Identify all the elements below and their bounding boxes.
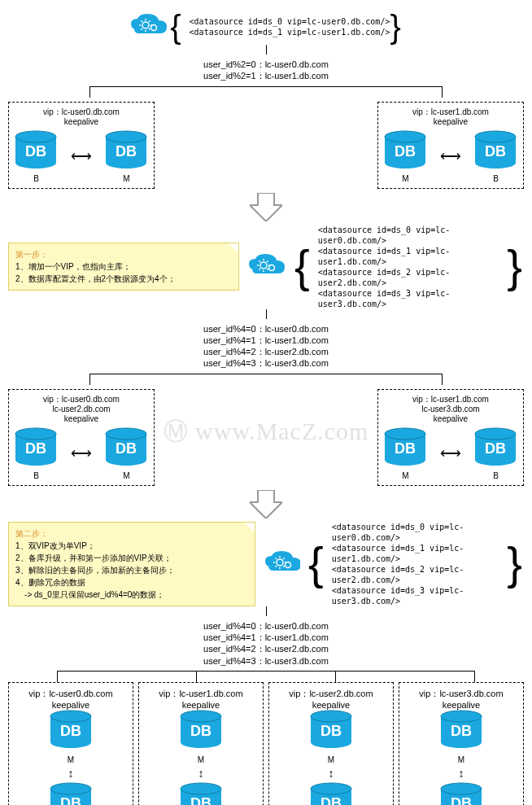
stage2-db-row: vip：lc-user0.db.com lc-user2.db.com keep…: [8, 389, 524, 486]
stage1-config: { <datasource id=ds_0 vip=lc-user0.db.co…: [170, 16, 403, 37]
route-line: user_id%4=0：lc-user0.db.com: [8, 620, 524, 632]
note-line: 4、删除冗余的数据: [15, 578, 85, 587]
stage3-node-0: vip：lc-user0.db.comkeepalive M ↕ B: [8, 682, 133, 805]
route-line: user_id%4=2：lc-user2.db.com: [8, 643, 524, 654]
stage3-node-3: vip：lc-user3.db.comkeepalive M ↕ B: [399, 682, 524, 805]
ds-line: <datasource id=ds_1 vip=lc-user1.db.com/…: [318, 246, 508, 267]
stage2-left-box: vip：lc-user0.db.com lc-user2.db.com keep…: [8, 389, 155, 486]
ds-line: <datasource id=ds_1 vip=lc-user1.db.com/…: [332, 543, 508, 564]
cloud-gears-icon: [247, 252, 286, 281]
keepalive-label: keepalive: [403, 700, 520, 710]
database-icon: [104, 130, 149, 171]
route-line: user_id%2=1：lc-user1.db.com: [8, 70, 524, 81]
ds-line: <datasource id=ds_0 vip=lc-user0.db.com/…: [190, 16, 390, 27]
stage1-db-row: vip：lc-user0.db.com keepalive B ⟷ M vip：…: [8, 102, 524, 189]
sync-arrow-icon: ↕: [198, 768, 204, 779]
sync-arrow-icon: ⟷: [71, 444, 92, 462]
db-role: M: [104, 471, 149, 480]
sync-arrow-icon: ↕: [68, 768, 74, 779]
database-icon: [473, 130, 518, 171]
database-icon: [179, 782, 224, 805]
cloud-gears-icon: [129, 12, 170, 41]
db-role: B: [473, 471, 518, 480]
down-arrow-icon: [250, 193, 282, 221]
route-line: user_id%2=0：lc-user0.db.com: [8, 59, 524, 70]
ds-line: <datasource id=ds_0 vip=lc-user0.db.com/…: [332, 522, 508, 543]
vip-label: vip：lc-user1.db.com: [383, 107, 518, 117]
down-arrow-icon: [250, 490, 282, 518]
ds-line: <datasource id=ds_2 vip=lc-user2.db.com/…: [318, 267, 508, 288]
note-line: -> ds_0里只保留user_id%4=0的数据；: [15, 590, 164, 599]
note-line: 1、双VIP改为单VIP；: [15, 541, 95, 550]
ds-line: <datasource id=ds_0 vip=lc-user0.db.com/…: [318, 225, 508, 246]
note-line: 2、备库升级，并和第一步添加的VIP关联；: [15, 553, 172, 562]
route-line: user_id%4=1：lc-user1.db.com: [8, 335, 524, 346]
stage3-routing: user_id%4=0：lc-user0.db.com user_id%4=1：…: [8, 620, 524, 667]
stage2-routing: user_id%4=0：lc-user0.db.com user_id%4=1：…: [8, 323, 524, 370]
route-line: user_id%4=1：lc-user1.db.com: [8, 632, 524, 643]
sync-arrow-icon: ⟷: [440, 147, 461, 165]
stage1-right-box: vip：lc-user1.db.com keepalive M ⟷ B: [377, 102, 524, 189]
ds-line: <datasource id=ds_1 vip=lc-user1.db.com/…: [190, 27, 390, 37]
sync-arrow-icon: ↕: [329, 768, 334, 779]
db-role: M: [68, 755, 74, 764]
step2-row: 第二步： 1、双VIP改为单VIP； 2、备库升级，并和第一步添加的VIP关联；…: [8, 522, 524, 606]
keepalive-label: keepalive: [14, 414, 149, 424]
stage1-routing: user_id%2=0：lc-user0.db.com user_id%2=1：…: [8, 59, 524, 82]
stage2-config: { <datasource id=ds_0 vip=lc-user0.db.co…: [294, 225, 524, 309]
database-icon: [439, 782, 484, 805]
ds-line: <datasource id=ds_2 vip=lc-user2.db.com/…: [332, 564, 508, 585]
database-icon: [179, 710, 224, 750]
vip-label: vip：lc-user0.db.com: [12, 688, 129, 700]
keepalive-label: keepalive: [383, 414, 518, 424]
db-role: B: [14, 174, 59, 183]
database-icon: [49, 782, 94, 805]
note-title: 第一步：: [15, 250, 48, 259]
route-line: user_id%4=0：lc-user0.db.com: [8, 323, 524, 335]
database-icon: [439, 710, 484, 750]
vip-label: vip：lc-user0.db.com: [14, 107, 149, 117]
step1-note: 第一步： 1、增加一个VIP，也指向主库； 2、数据库配置文件，由2个数据源变为…: [8, 243, 239, 291]
database-icon: [473, 427, 518, 468]
database-icon: [383, 427, 428, 468]
db-role: M: [383, 471, 428, 480]
db-role: M: [383, 174, 428, 183]
keepalive-label: keepalive: [142, 700, 259, 710]
ds-line: <datasource id=ds_3 vip=lc-user3.db.com/…: [332, 585, 508, 606]
route-line: user_id%4=2：lc-user2.db.com: [8, 346, 524, 357]
database-icon: [383, 130, 428, 171]
note-line: 2、数据库配置文件，由2个数据源变为4个；: [15, 274, 176, 283]
sync-arrow-icon: ↕: [459, 768, 464, 779]
keepalive-label: keepalive: [12, 700, 129, 710]
keepalive-label: keepalive: [273, 700, 390, 710]
stage3-config: { <datasource id=ds_0 vip=lc-user0.db.co…: [308, 522, 524, 606]
db-role: M: [458, 755, 464, 764]
route-line: user_id%4=3：lc-user3.db.com: [8, 357, 524, 369]
vip-label: vip：lc-user0.db.com: [14, 395, 149, 405]
note-title: 第二步：: [15, 529, 48, 538]
vip-label: lc-user3.db.com: [383, 405, 518, 414]
database-icon: [309, 782, 354, 805]
stage1-left-box: vip：lc-user0.db.com keepalive B ⟷ M: [8, 102, 155, 189]
db-role: B: [473, 174, 518, 183]
vip-label: vip：lc-user1.db.com: [383, 395, 518, 405]
vip-label: vip：lc-user1.db.com: [142, 688, 259, 700]
database-icon: [49, 710, 94, 750]
stage1-cloud-row: { <datasource id=ds_0 vip=lc-user0.db.co…: [8, 12, 524, 41]
step1-row: 第一步： 1、增加一个VIP，也指向主库； 2、数据库配置文件，由2个数据源变为…: [8, 225, 524, 309]
stage3-db-row: vip：lc-user0.db.comkeepalive M ↕ B vip：l…: [8, 682, 524, 805]
db-role: M: [104, 174, 149, 183]
step2-note: 第二步： 1、双VIP改为单VIP； 2、备库升级，并和第一步添加的VIP关联；…: [8, 522, 255, 606]
sync-arrow-icon: ⟷: [71, 147, 92, 165]
vip-label: lc-user2.db.com: [14, 405, 149, 414]
vip-label: vip：lc-user2.db.com: [273, 688, 390, 700]
ds-line: <datasource id=ds_3 vip=lc-user3.db.com/…: [318, 288, 508, 309]
keepalive-label: keepalive: [383, 117, 518, 127]
db-role: B: [14, 471, 59, 480]
database-icon: [309, 710, 354, 750]
route-line: user_id%4=3：lc-user3.db.com: [8, 655, 524, 667]
cloud-gears-icon: [264, 549, 300, 578]
stage3-node-1: vip：lc-user1.db.comkeepalive M ↕ B: [138, 682, 264, 805]
note-line: 3、解除旧的主备同步，添加新的主备同步；: [15, 566, 175, 575]
sync-arrow-icon: ⟷: [440, 444, 461, 462]
